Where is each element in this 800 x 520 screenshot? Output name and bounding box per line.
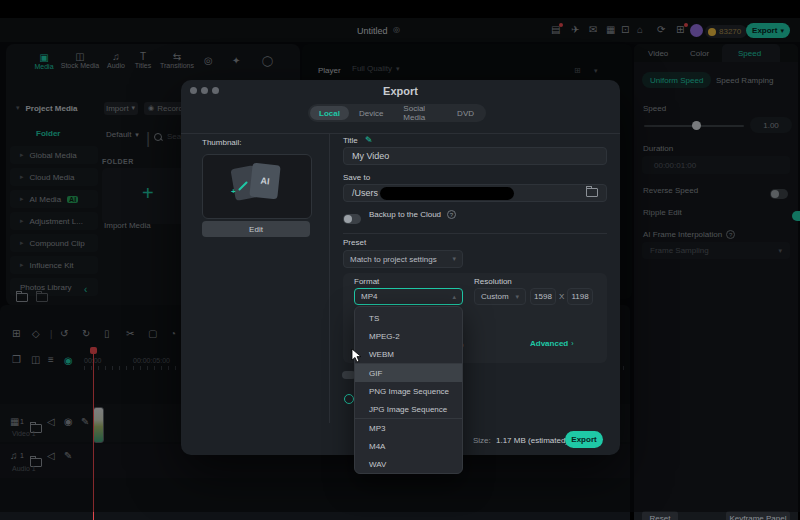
resolution-mode-dropdown[interactable]: Custom ▾: [474, 288, 526, 305]
size-label: Size:: [473, 436, 491, 445]
format-option-selected[interactable]: GIF: [355, 363, 462, 382]
obscured-radio[interactable]: [344, 394, 354, 404]
format-label: Format: [354, 277, 379, 286]
tab-device[interactable]: Device: [349, 109, 393, 118]
redacted-path: [380, 187, 514, 200]
preset-dropdown[interactable]: Match to project settings ▾: [343, 250, 463, 268]
advanced-link[interactable]: Advanced ›: [530, 339, 574, 348]
keyframe-panel-button[interactable]: Keyframe Panel: [726, 511, 790, 520]
mouse-cursor: [351, 348, 363, 364]
format-option[interactable]: WAV: [355, 455, 462, 473]
info-icon[interactable]: ?: [447, 210, 456, 219]
tab-local[interactable]: Local: [310, 106, 349, 120]
export-tabbar: Local Device Social Media DVD: [308, 104, 486, 122]
title-label: Title: [343, 136, 358, 145]
format-option[interactable]: TS: [355, 309, 462, 327]
backup-cloud-toggle[interactable]: [343, 214, 361, 224]
format-option[interactable]: MP3: [355, 418, 462, 437]
browse-folder-icon[interactable]: [586, 188, 598, 199]
thumbnail-preview: AI +: [202, 154, 312, 219]
save-to-input[interactable]: /Users: [343, 184, 607, 202]
resolution-x-label: X: [559, 292, 564, 301]
reset-button[interactable]: Reset: [642, 511, 678, 520]
title-input[interactable]: My Video: [343, 147, 607, 165]
pencil-icon[interactable]: ✎: [365, 135, 373, 145]
chevron-down-icon: ▾: [452, 255, 456, 263]
ai-card-label: AI: [260, 176, 270, 187]
tab-dvd[interactable]: DVD: [447, 109, 484, 118]
format-option[interactable]: WEBM: [355, 345, 462, 363]
backup-cloud-label: Backup to the Cloud: [369, 210, 441, 219]
dialog-title: Export: [181, 85, 620, 97]
resolution-width-field[interactable]: 1598: [530, 288, 556, 305]
app-window: Untitled ◎ ▤ ✈ ✉ ▦ ⊡ ⌂ ⟳ ⊞ 83270 Export …: [0, 18, 800, 512]
sparkle-icon: +: [231, 187, 236, 196]
format-menu: TS MPEG-2 WEBM GIF PNG Image Sequence JP…: [354, 306, 463, 474]
format-option[interactable]: JPG Image Sequence: [355, 400, 462, 418]
resolution-label: Resolution: [474, 277, 512, 286]
format-option[interactable]: M4A: [355, 437, 462, 455]
chevron-up-icon: ▴: [452, 293, 456, 301]
size-value: 1.17 MB (estimated): [496, 436, 568, 445]
save-to-label: Save to: [343, 173, 370, 182]
thumbnail-card-front: AI: [249, 163, 280, 200]
edit-thumbnail-button[interactable]: Edit: [202, 221, 310, 237]
chevron-right-icon: ›: [571, 340, 573, 347]
divider: [343, 233, 607, 234]
format-option[interactable]: PNG Image Sequence: [355, 382, 462, 400]
chevron-down-icon: ▾: [515, 293, 519, 301]
divider: [181, 133, 620, 134]
thumbnail-label: Thumbnail:: [202, 138, 242, 147]
format-option[interactable]: MPEG-2: [355, 327, 462, 345]
divider: [329, 133, 330, 423]
format-combobox[interactable]: MP4 ▴: [354, 288, 463, 305]
preset-label: Preset: [343, 238, 366, 247]
tab-social-media[interactable]: Social Media: [393, 104, 447, 122]
export-confirm-button[interactable]: Export: [565, 431, 603, 448]
resolution-height-field[interactable]: 1198: [567, 288, 593, 305]
